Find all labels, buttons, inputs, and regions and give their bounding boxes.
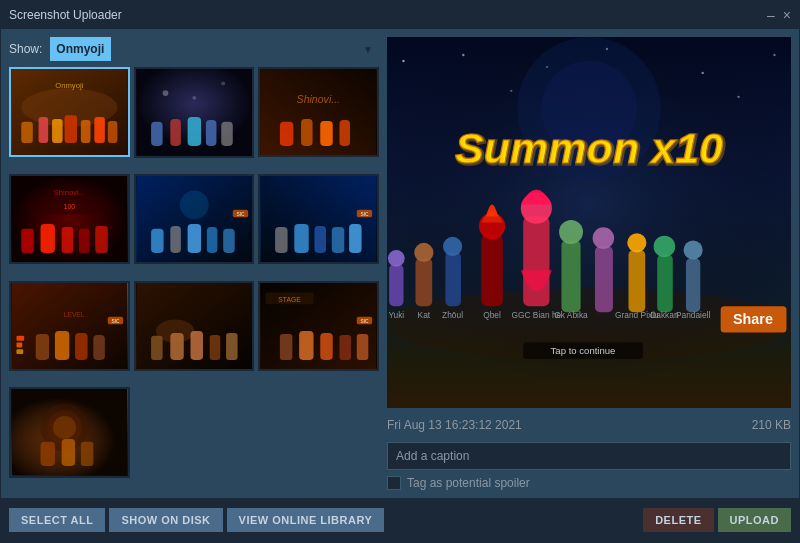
svg-rect-50 (275, 227, 287, 253)
thumbnail-2[interactable] (134, 67, 255, 158)
svg-point-124 (593, 227, 615, 249)
svg-rect-22 (261, 69, 376, 155)
svg-rect-51 (295, 224, 309, 253)
delete-button[interactable]: DELETE (643, 508, 713, 532)
spoiler-row: Tag as potential spoiler (387, 476, 791, 490)
thumbnail-3[interactable]: Shinovi... (258, 67, 379, 157)
thumbnail-grid: Onmyoji (9, 67, 379, 490)
svg-rect-65 (75, 332, 87, 359)
bottom-right-buttons: DELETE UPLOAD (643, 508, 791, 532)
svg-rect-76 (226, 332, 238, 359)
svg-text:SIC: SIC (236, 212, 245, 217)
preview-filesize: 210 KB (752, 418, 791, 432)
svg-rect-61 (16, 349, 23, 354)
svg-rect-20 (221, 122, 233, 146)
upload-button[interactable]: UPLOAD (718, 508, 791, 532)
svg-rect-121 (561, 240, 580, 312)
show-row: Show: Onmyoji (9, 37, 379, 61)
svg-rect-59 (16, 335, 24, 340)
svg-rect-4 (39, 117, 49, 143)
close-button[interactable]: × (783, 8, 791, 22)
svg-rect-5 (52, 119, 63, 143)
svg-text:SIC: SIC (361, 319, 370, 324)
svg-rect-75 (209, 334, 220, 359)
svg-rect-74 (190, 331, 202, 360)
svg-point-126 (627, 233, 646, 252)
svg-rect-64 (55, 331, 69, 360)
svg-point-102 (701, 72, 703, 74)
svg-rect-94 (62, 439, 75, 466)
thumbnail-8[interactable] (134, 281, 255, 372)
svg-rect-115 (445, 252, 461, 306)
svg-rect-34 (79, 229, 90, 253)
svg-rect-16 (151, 122, 163, 146)
bottom-left-buttons: SELECT ALL SHOW ON DISK VIEW ONLINE LIBR… (9, 508, 384, 532)
bottom-bar: SELECT ALL SHOW ON DISK VIEW ONLINE LIBR… (1, 498, 799, 542)
svg-rect-129 (686, 258, 700, 312)
thumbnail-10[interactable] (9, 387, 130, 477)
game-select[interactable]: Onmyoji (50, 37, 111, 61)
left-panel: Show: Onmyoji (9, 37, 379, 490)
svg-text:Zhōul: Zhōul (442, 310, 463, 320)
svg-rect-95 (81, 442, 93, 466)
svg-rect-82 (299, 331, 313, 360)
svg-rect-58 (12, 283, 127, 369)
svg-text:Share: Share (733, 311, 773, 327)
window-title: Screenshot Uploader (9, 8, 122, 22)
thumbnail-4[interactable]: Shinovi... 100 (9, 174, 130, 264)
spoiler-label: Tag as potential spoiler (407, 476, 530, 490)
svg-rect-117 (481, 234, 503, 306)
svg-text:Tap to continue: Tap to continue (551, 345, 616, 356)
svg-rect-33 (62, 227, 74, 253)
svg-point-114 (414, 243, 433, 262)
select-all-button[interactable]: SELECT ALL (9, 508, 105, 532)
thumbnail-5[interactable]: SIC (134, 174, 255, 265)
svg-point-103 (773, 54, 775, 56)
svg-rect-6 (65, 115, 77, 143)
svg-rect-9 (108, 121, 118, 143)
svg-rect-32 (41, 224, 55, 253)
caption-input[interactable] (387, 442, 791, 470)
svg-text:Yuki: Yuki (388, 310, 404, 320)
minimize-button[interactable]: – (767, 8, 775, 22)
svg-rect-93 (41, 442, 55, 466)
thumbnail-9[interactable]: STAGE SIC (258, 281, 379, 371)
view-online-library-button[interactable]: VIEW ONLINE LIBRARY (227, 508, 385, 532)
svg-rect-127 (657, 255, 673, 312)
svg-rect-113 (415, 258, 432, 306)
svg-text:LEVEL: LEVEL (64, 310, 85, 317)
svg-rect-44 (206, 227, 217, 253)
svg-rect-84 (340, 334, 352, 359)
preview-timestamp: Fri Aug 13 16:23:12 2021 (387, 418, 522, 432)
svg-rect-25 (301, 119, 313, 146)
svg-text:Onmyoji: Onmyoji (55, 81, 83, 90)
svg-point-105 (737, 96, 739, 98)
svg-rect-54 (349, 224, 361, 253)
svg-rect-3 (21, 122, 33, 143)
svg-rect-73 (170, 332, 183, 359)
svg-text:STAGE: STAGE (279, 296, 302, 303)
show-on-disk-button[interactable]: SHOW ON DISK (109, 508, 222, 532)
svg-rect-52 (315, 226, 327, 253)
thumbnail-1[interactable]: Onmyoji (9, 67, 130, 157)
svg-rect-19 (206, 120, 217, 146)
svg-rect-111 (389, 264, 403, 306)
thumbnail-6[interactable]: SIC (258, 174, 379, 264)
svg-rect-119 (523, 217, 549, 307)
svg-rect-35 (95, 226, 107, 253)
title-bar-controls: – × (767, 8, 791, 22)
svg-rect-43 (187, 224, 200, 253)
svg-point-130 (684, 240, 703, 259)
spoiler-checkbox[interactable] (387, 476, 401, 490)
svg-point-104 (510, 90, 512, 92)
svg-text:SIC: SIC (111, 319, 120, 324)
svg-rect-66 (93, 334, 105, 359)
svg-rect-27 (340, 120, 351, 146)
preview-image: Summon x10 Summon x10 (387, 37, 791, 408)
svg-point-14 (221, 81, 225, 85)
svg-point-128 (654, 236, 676, 258)
svg-text:SIC: SIC (361, 212, 370, 217)
svg-rect-53 (332, 227, 344, 253)
thumbnail-7[interactable]: LEVEL SIC (9, 281, 130, 371)
svg-rect-60 (16, 342, 22, 347)
